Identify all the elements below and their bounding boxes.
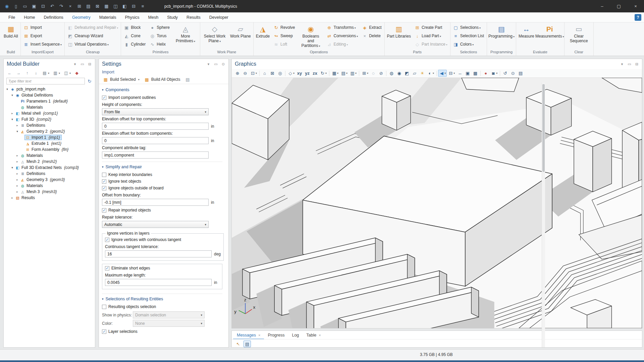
tree-node-pcb-import-mph[interactable]: ▾◈pcb_import.mph [4,86,95,92]
measure-tool-button[interactable]: ↔ [456,70,464,77]
undo-button[interactable]: ↶ [48,2,56,11]
ignore-text-objects-checkbox[interactable]: ✓ [102,179,106,184]
build-all-objects-button[interactable]: ▩Build All Objects [142,76,182,83]
table-view-button[interactable]: ▦ [102,2,111,11]
open-file-button[interactable]: ▭ [21,2,29,11]
tab-progress[interactable]: Progress [264,331,288,339]
eliminate-short-edges-checkbox[interactable]: ✓ [105,266,109,270]
move-down-button[interactable]: ↓ [32,70,40,76]
plot-settings-button[interactable]: ◙▾ [490,70,498,77]
tab-physics[interactable]: Physics [120,12,144,22]
torus-button[interactable]: ◎Torus [148,32,171,40]
sphere-button[interactable]: ●Sphere [148,23,171,32]
tab-messages[interactable]: Messages× [233,331,264,339]
selections-button[interactable]: ▢Selections▾ [451,23,486,32]
image-quality-button[interactable]: ▤▾ [340,70,348,77]
environment-button[interactable]: ◐▾ [426,70,435,77]
tab-study[interactable]: Study [163,12,182,22]
layer-selections-checkbox[interactable]: ✓ [102,329,106,334]
tab-definitions[interactable]: Definitions [40,12,68,22]
load-part-button[interactable]: ↓Load Part▾ [413,32,449,40]
delete-item-button[interactable]: ⊠ [93,2,102,11]
tree-node-full-3d-comp2[interactable]: ▾◧Full 3D{comp2} [4,116,95,122]
offset-from-boundary-input[interactable] [102,199,209,206]
save-as-button[interactable]: ⊡ [39,2,47,11]
section-header-simplify-and-repair[interactable]: ▾Simplify and Repair [102,163,222,171]
programming-button[interactable]: ▤Programming▾ [488,23,515,49]
sweep-button[interactable]: ↬Sweep [272,32,297,40]
select-box-button[interactable]: ⊞▾ [361,70,369,77]
close-tab-icon[interactable]: × [258,333,260,337]
repair-tolerance-select[interactable]: Automatic▾ [102,221,209,228]
clipping-button[interactable]: ⊟▾ [447,70,456,77]
booleans-and-partitions-button[interactable]: ◉Booleans and Partitions▾ [297,23,324,49]
app-logo-button[interactable]: ◉ [3,2,11,11]
tab-file[interactable]: File [4,12,19,22]
tab-home[interactable]: Home [19,12,39,22]
insert-sequence-button[interactable]: ≣Insert Sequence▾ [22,40,63,49]
colors-button[interactable]: ◨Colors▾ [451,40,486,49]
panel-float-button[interactable]: ▭ [627,62,632,66]
tab-results[interactable]: Results [182,12,205,22]
elevation-offset-for-bottom-components-input[interactable] [102,137,209,144]
tab-materials[interactable]: Materials [95,12,121,22]
maximize-button[interactable]: ▢ [610,0,627,12]
model-extra-button[interactable]: ◆ [73,70,80,76]
tree-node-mesh-2-mesh2[interactable]: ▸◬Mesh 2{mesh2} [4,159,95,165]
scene-settings-button[interactable]: ▥▾ [349,70,358,77]
component-attribute-tag-input[interactable] [102,152,209,159]
cut-button[interactable]: × [66,2,74,11]
tree-node-geometry-3-geom3[interactable]: ▸◭Geometry 3{geom3} [4,177,95,183]
desktop-layout-button[interactable]: ◧ [120,2,129,11]
measure-button[interactable]: ↔Measure [517,23,536,49]
tree-node-materials[interactable]: ▸◍Materials [4,153,95,159]
tree-node-parameters-1-default[interactable]: PiParameters 1{default} [4,98,95,104]
show-all-button[interactable]: ◉ [395,70,403,77]
reset-desktop-button[interactable]: ⊟ [129,2,138,11]
scrollbar-thumb[interactable] [542,84,545,172]
measurements-button[interactable]: PiMeasurements▾ [536,23,563,49]
snapshot-button[interactable]: ⊙ [509,70,517,77]
plot-red-button[interactable]: ● [482,70,489,77]
panel-menu-button[interactable]: ▾ [73,62,77,66]
revolve-button[interactable]: ↻Revolve [272,23,297,32]
cylinder-button[interactable]: ▮Cylinder [122,40,147,49]
annotations-button[interactable]: ▣ [464,70,471,77]
part-libraries-button[interactable]: ▥Part Libraries [386,23,412,49]
group-view-button[interactable]: ▥▾ [52,70,61,76]
panel-menu-button[interactable]: ▾ [206,62,211,66]
paste-button[interactable]: ▤ [84,2,93,11]
msg-copy-button[interactable]: ▤ [244,341,251,347]
wireframe-button[interactable]: ▱ [411,70,418,77]
section-header-selections-of-resulting-entities[interactable]: ▾Selections of Resulting Entities [102,295,222,303]
build-selected-button[interactable]: ▦Build Selected▾ [101,76,142,83]
zoom-selected-button[interactable]: ◎ [276,70,284,77]
clear-sequence-button[interactable]: ▭Clear Sequence [566,23,592,49]
scene-light-button[interactable]: ☀ [419,70,426,77]
conversions-button[interactable]: ⇄Conversions▾ [325,32,360,40]
select-lasso-button[interactable]: ◌ [370,70,377,77]
delete-button[interactable]: ×Delete [360,32,383,40]
select-and-highlight-button[interactable]: ◀▾ [438,70,447,77]
copy-button[interactable]: ⊞ [75,2,84,11]
work-plane-button[interactable]: ▱Work Plane [229,23,252,49]
view-menu-button[interactable]: ▤▾ [41,70,50,76]
ignore-vertices-with-continuous-tangent-checkbox[interactable]: ✓ [105,238,109,242]
export-button[interactable]: ⊠Export [22,32,63,40]
panel-collapse-button[interactable]: ⊟ [635,62,639,66]
update-view-button[interactable]: ↺ [501,70,509,77]
cleanup-wizard-button[interactable]: ◩Cleanup Wizard [66,32,120,40]
tree-node-import-1-imp1[interactable]: ⊡Import 1{imp1} [4,134,95,140]
msg-pointer-button[interactable]: ↖ [234,341,242,347]
zoom-extents-button[interactable]: ⊠ [269,70,276,77]
virtual-operations-button[interactable]: ◫Virtual Operations▾ [66,40,120,49]
transparency-button[interactable]: ◩ [403,70,411,77]
panel-float-button[interactable]: ▭ [214,62,218,66]
tab-mesh[interactable]: Mesh [144,12,163,22]
panel-pin-button[interactable]: ⊙ [221,62,225,66]
refresh-icon[interactable]: ↻ [87,78,92,84]
tree-node-results[interactable]: ▸▧Results [4,195,95,201]
go-to-default-view-button[interactable]: ⌂ [261,70,268,77]
settings-scrollbar[interactable] [542,83,545,347]
elevation-offset-for-top-components-input[interactable] [102,123,209,130]
